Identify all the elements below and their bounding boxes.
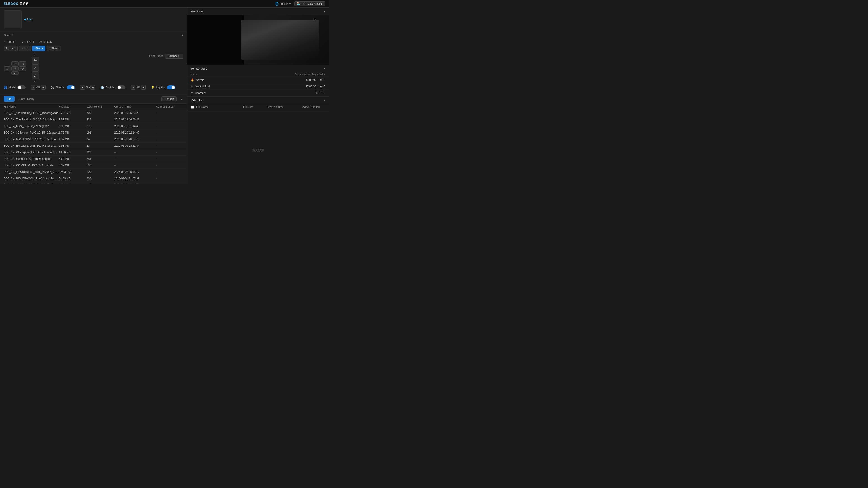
step-1mm-button[interactable]: 1 mm [19,46,31,51]
control-chevron-icon: ▾ [182,33,183,37]
monitoring-title: Monitoring [191,10,205,13]
table-row[interactable]: ECC_0.4_CC MINI_PLA0.2_2h0m.gcode 3.37 M… [0,162,187,169]
nozzle-current: 19.02 °C [306,78,316,82]
z-coordinate: Z: 190.65 [39,40,52,43]
left-panel: Idle Control ▾ X: 202.00 Y: 264.50 [0,8,187,184]
cell-filesize: 1.37 MB [59,138,87,141]
model-fan-decrease-button[interactable]: - [31,85,35,90]
cell-filename: ECC_0.4_Map_Frame_Tiles_v3_PLA0.2_41... [4,138,59,141]
side-fan-decrease-button[interactable]: - [80,85,85,90]
model-fan-toggle[interactable] [18,86,26,90]
video-list-chevron-icon: ▾ [324,98,326,102]
table-row[interactable]: ECC_0.4_BIG_DRAGON_PLA0.2_6h22m.gc... 61… [0,175,187,182]
import-button[interactable]: + Import [161,96,177,101]
status-dot [24,19,26,20]
model-fan-pct-control: - 0% + [31,85,46,90]
cell-filesize: 61.33 MB [59,177,87,180]
control-header[interactable]: Control ▾ [0,31,187,39]
cell-materiallength: - [156,177,183,180]
cell-creationtime: -- [114,151,156,154]
temperature-section: Temperature ▾ Name Current Value / Targe… [187,65,329,97]
cell-creationtime: 2025-02-10 12:14:07 [114,131,156,134]
step-10mm-button[interactable]: 10 mm [32,46,45,51]
language-selector[interactable]: 🌐 English ▾ [275,2,291,6]
cell-materiallength: - [156,151,183,154]
back-fan-pct-control: - 0% + [131,85,146,90]
cell-filename: ECC_0.4_vaderskull2_PLA0.2_10h3m.gcode [4,111,59,115]
table-row[interactable]: ECC_0.4_xyzCalibration_cube_PLA0.2_9m...… [0,169,187,175]
chamber-label: Chamber [195,92,206,95]
status-text: Idle [27,18,31,21]
video-list-section: Video List ▾ File Name File Size Creatio… [187,97,329,184]
lighting-control: 💡 Lighting [151,86,175,90]
file-collapse-button[interactable]: ▲ [180,97,183,101]
chamber-icon: ◻ [191,92,193,95]
x-plus-button[interactable]: X+ [19,66,26,71]
control-body: X: 202.00 Y: 264.50 Z: 190.65 0.1 mm [0,39,187,94]
model-fan-icon: 🌀 [4,86,7,89]
right-panel: Monitoring ▾ ∞ Temperature ▾ Name Curren… [187,8,329,184]
x-minus-button[interactable]: X- [4,66,11,71]
th-filesize: File Size [59,105,87,108]
cell-filename: ECC_0.4_stand_PLA0.2_1h30m.gcode [4,157,59,160]
y-minus-button[interactable]: Y- [11,71,19,74]
table-row[interactable]: ECC_0.4_vaderskull2_PLA0.2_10h3m.gcode 5… [0,110,187,116]
table-row[interactable]: ECC_0.4_TREE BASE 03_PLA0.2_8h16m.gc... … [0,182,187,184]
table-row[interactable]: ECC_0.4_Clockspring3D Torture Toaster v.… [0,149,187,156]
nozzle-target: 0 °C [320,78,326,82]
cell-layerheight: 536 [87,164,114,167]
video-list-title: Video List [191,99,204,102]
cell-filename: ECC_0.4_xyzCalibration_cube_PLA0.2_9m... [4,170,59,173]
xy-home-button[interactable]: ⌂ [11,66,19,71]
chevron-down-icon: ▾ [289,2,291,5]
chamber-name: ◻ Chamber [191,92,227,95]
heated-bed-current: 17.09 °C [306,85,316,88]
step-100mm-button[interactable]: 100 mm [47,46,61,51]
cell-filesize: 3.37 MB [59,164,87,167]
store-button[interactable]: 🏪 ELEGOO STORE [294,1,326,6]
table-row[interactable]: ECC_0.4_8024_PLA0.2_2h2m.gcode 3.90 MB 3… [0,123,187,129]
table-row[interactable]: ECC_0.4_The Buddha_PLA0.2_24m17s.gc... 3… [0,116,187,123]
recording-icon: ∞ [313,17,315,22]
lighting-toggle[interactable] [167,86,175,90]
z-plus-button[interactable]: Z+ [32,57,39,64]
camera-feed: ∞ [187,15,329,65]
th-layerheight: Layer Height [87,105,114,108]
back-fan-toggle[interactable] [117,86,125,90]
table-row[interactable]: ECC_0.4_3D8enchy_PLA0.25_15m29s.gco... 1… [0,129,187,136]
table-row[interactable]: ECC_0.4_j3d-base175mm_PLA0.2_1h6m... 2.5… [0,142,187,149]
cell-creationtime: 2025-02-02 15:48:17 [114,170,156,173]
cell-creationtime: 2025-02-06 18:21:34 [114,144,156,147]
cell-filename: ECC_0.4_BIG_DRAGON_PLA0.2_6h22m.gc... [4,177,59,180]
cell-layerheight: 23 [87,144,114,147]
side-fan-increase-button[interactable]: + [90,85,95,90]
home-button[interactable]: ⌂ [19,61,26,66]
temp-row-nozzle: 🔥 Nozzle 19.02 °C / 0 °C [187,77,329,84]
table-row[interactable]: ECC_0.4_stand_PLA0.2_1h30m.gcode 5.68 MB… [0,156,187,162]
cell-layerheight: 284 [87,157,114,160]
tab-print-history[interactable]: Print History [16,96,37,102]
store-label: ELEGOO STORE [302,2,323,5]
file-header: File Print History + Import ▲ [0,94,187,104]
tab-file[interactable]: File [4,96,15,102]
heated-bed-target: 0 °C [320,85,326,88]
cell-layerheight: 100 [87,170,114,173]
select-all-checkbox[interactable] [191,105,194,109]
side-fan-toggle[interactable] [67,86,75,90]
print-speed-value[interactable]: Balanced [165,54,183,59]
model-fan-increase-button[interactable]: + [41,85,46,90]
x-value: 202.00 [8,40,16,43]
step-0.1mm-button[interactable]: 0.1 mm [4,46,18,51]
z-home-button[interactable]: ⌂ [32,64,39,72]
y-plus-button[interactable]: Y+ [11,61,19,66]
cell-filesize: 55.81 MB [59,111,87,115]
x-label: X: [4,40,6,43]
z-minus-button[interactable]: Z- [32,72,39,79]
cell-filename: ECC_0.4_j3d-base175mm_PLA0.2_1h6m... [4,144,59,147]
cell-filesize: 2.53 MB [59,144,87,147]
cell-layerheight: 650 [87,184,114,184]
th-creationtime: Creation Time [114,105,156,108]
back-fan-decrease-button[interactable]: - [131,85,135,90]
back-fan-increase-button[interactable]: + [141,85,146,90]
table-row[interactable]: ECC_0.4_Map_Frame_Tiles_v3_PLA0.2_41... … [0,136,187,142]
